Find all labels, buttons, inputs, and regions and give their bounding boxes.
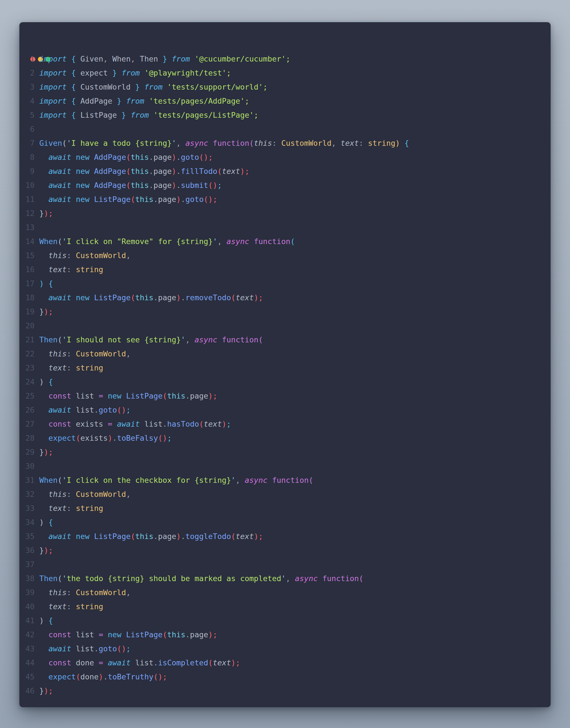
code-token: ; xyxy=(49,546,53,555)
code-token: ) xyxy=(98,672,103,681)
code-line: 36}); xyxy=(19,543,551,557)
code-token: ' xyxy=(62,237,66,246)
code-token: string xyxy=(76,504,103,513)
code-token: = xyxy=(108,420,117,428)
code-token: ) xyxy=(172,153,176,162)
code-token: ; xyxy=(217,181,222,190)
code-text: }); xyxy=(39,445,53,459)
code-token: ( xyxy=(163,392,167,400)
code-token: from xyxy=(130,111,153,119)
line-number: 24 xyxy=(19,375,34,389)
code-token: ( xyxy=(57,237,62,246)
code-text: await new ListPage(this.page).goto(); xyxy=(39,192,217,206)
code-token: . xyxy=(112,434,117,442)
code-token xyxy=(39,658,49,667)
code-token xyxy=(39,602,49,611)
code-token: ( xyxy=(126,181,130,190)
code-token: ) xyxy=(176,293,181,302)
code-token xyxy=(39,420,49,428)
code-token: . xyxy=(185,392,190,400)
code-token: await xyxy=(49,532,76,541)
code-line: 12}); xyxy=(19,206,551,221)
code-token: When xyxy=(39,476,57,484)
code-line: 2import { expect } from '@playwright/tes… xyxy=(19,66,551,80)
code-token: , xyxy=(331,139,341,148)
code-token: ; xyxy=(126,406,130,414)
code-token: . xyxy=(176,181,181,190)
code-token: function xyxy=(213,139,249,148)
code-text: await list.goto(); xyxy=(39,642,130,656)
code-token: : xyxy=(67,363,76,372)
line-number: 27 xyxy=(19,417,34,431)
code-token: . xyxy=(181,195,185,204)
code-token: { xyxy=(400,139,409,148)
code-token: ) xyxy=(121,406,126,414)
code-token: Then xyxy=(39,335,57,344)
line-number: 31 xyxy=(19,473,34,487)
code-token: = xyxy=(98,630,108,639)
line-number: 33 xyxy=(19,501,34,515)
code-token: ) xyxy=(39,279,44,288)
code-text: ) { xyxy=(39,375,53,389)
code-token: page xyxy=(153,153,172,162)
line-number: 36 xyxy=(19,543,34,557)
code-token: ; xyxy=(49,686,53,695)
code-token: ( xyxy=(231,293,236,302)
code-text: text: string xyxy=(39,599,103,614)
code-token xyxy=(39,265,49,274)
code-token: ; xyxy=(258,532,263,541)
line-number: 37 xyxy=(19,557,34,571)
code-token: ; xyxy=(286,54,290,63)
code-token: I should not see {string} xyxy=(67,335,181,344)
code-token: new xyxy=(76,167,94,176)
code-token: When xyxy=(39,237,57,246)
line-number: 13 xyxy=(19,221,34,235)
code-token: string xyxy=(76,602,103,611)
code-token: ) xyxy=(172,181,176,190)
code-token: ( xyxy=(258,335,263,344)
code-token: this xyxy=(49,490,67,499)
code-token: page xyxy=(158,293,176,302)
window-titlebar[interactable] xyxy=(19,22,551,52)
code-token: new xyxy=(76,181,94,190)
code-token: ) xyxy=(222,420,226,428)
code-token: string xyxy=(76,363,103,372)
line-number: 22 xyxy=(19,347,34,361)
code-text: await new AddPage(this.page).goto(); xyxy=(39,150,213,164)
code-token xyxy=(39,195,49,204)
line-number: 39 xyxy=(19,585,34,599)
code-token: ; xyxy=(245,96,249,105)
code-token: await xyxy=(117,420,144,428)
code-token xyxy=(39,181,49,190)
code-token: . xyxy=(94,644,98,653)
code-line: 9 await new AddPage(this.page).fillTodo(… xyxy=(19,164,551,178)
code-text: Then('I should not see {string}', async … xyxy=(39,333,263,347)
code-line: 16 text: string xyxy=(19,263,551,277)
line-number: 4 xyxy=(19,94,34,108)
code-token: ' xyxy=(172,139,176,148)
code-token: CustomWorld xyxy=(76,349,126,358)
code-token: await xyxy=(49,293,76,302)
code-token: = xyxy=(98,658,108,667)
code-token: ( xyxy=(199,420,204,428)
code-token: : xyxy=(67,602,76,611)
line-number: 16 xyxy=(19,263,34,277)
code-line: 30 xyxy=(19,459,551,473)
code-text: expect(exists).toBeFalsy(); xyxy=(39,431,172,445)
code-token: { xyxy=(71,54,80,63)
code-token: . xyxy=(153,658,158,667)
line-number: 12 xyxy=(19,206,34,221)
code-line: 28 expect(exists).toBeFalsy(); xyxy=(19,431,551,445)
code-line: 33 text: string xyxy=(19,501,551,515)
code-token xyxy=(39,490,49,499)
code-token: async xyxy=(245,476,272,484)
code-token: new xyxy=(76,293,94,302)
code-line: 15 this: CustomWorld, xyxy=(19,249,551,263)
code-token: ( xyxy=(57,574,62,583)
code-token: ) xyxy=(39,518,44,527)
code-token: from xyxy=(172,54,194,63)
code-token: ( xyxy=(62,139,66,148)
code-token: the todo {string} should be marked as co… xyxy=(67,574,281,583)
code-text: const list = new ListPage(this.page); xyxy=(39,389,217,403)
code-token: await xyxy=(49,195,76,204)
